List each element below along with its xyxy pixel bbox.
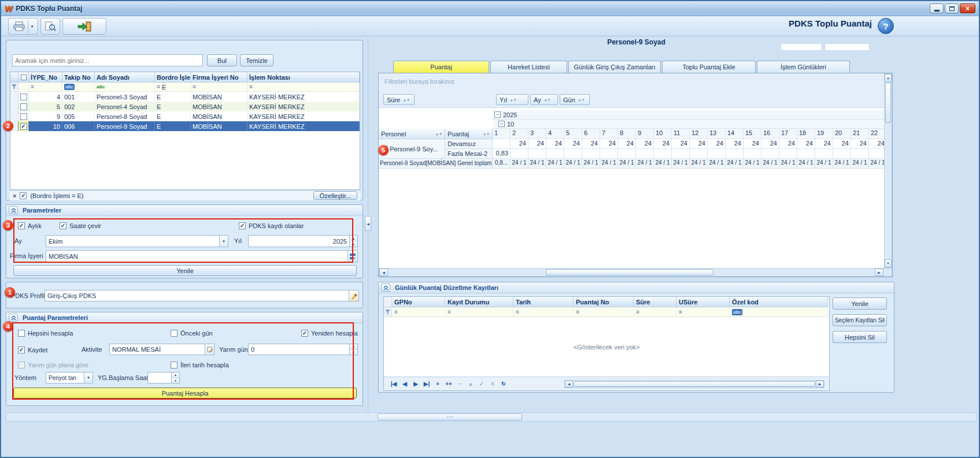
filter-cell[interactable]: = xyxy=(29,83,62,91)
exit-button[interactable] xyxy=(62,18,106,35)
pivot-field-sure[interactable]: Süre▲▼ xyxy=(383,94,415,105)
prev-day-checkbox[interactable]: Önceki gün xyxy=(171,329,213,338)
spinner-buttons[interactable]: ▲▼ xyxy=(171,373,179,383)
company-field[interactable]: MOBİSAN xyxy=(46,250,358,262)
tab-1[interactable]: Puantaj xyxy=(393,61,489,73)
corrections-column-header[interactable]: Puantaj No xyxy=(574,297,634,307)
corrections-filter-cell[interactable]: = xyxy=(574,307,634,317)
tab-3[interactable]: Günlük Giriş Çıkış Zamanları xyxy=(568,61,661,73)
save-checkbox[interactable]: ✓Kaydet xyxy=(18,345,47,355)
collapse-icon[interactable] xyxy=(9,206,18,214)
scroll-down-icon[interactable]: ▼ xyxy=(885,259,892,267)
customize-button[interactable]: Özelleştir... xyxy=(313,191,357,200)
employee-row[interactable]: ✓10006Personel-9 SoyadEMOBİSANKAYSERİ ME… xyxy=(10,121,360,131)
year-spinedit[interactable]: 2025 ▲▼ xyxy=(248,235,358,247)
company-picker-icon[interactable] xyxy=(347,251,357,262)
select-all-header[interactable] xyxy=(19,72,29,83)
corrections-column-header[interactable]: Süre xyxy=(634,297,676,307)
scrollbar-thumb[interactable] xyxy=(885,83,891,123)
nav-refresh-button[interactable]: ↻ xyxy=(498,379,509,389)
calc-all-checkbox[interactable]: Hepsini hesapla xyxy=(18,329,73,338)
find-button[interactable]: Bul xyxy=(207,54,237,66)
pdks-profile-field[interactable]: Giriş-Çıkış PDKS xyxy=(45,290,359,301)
corrections-filter-cell[interactable]: = xyxy=(513,307,574,317)
column-header[interactable]: İYPE_No xyxy=(29,72,62,83)
row-select-checkbox[interactable] xyxy=(19,92,29,102)
minimize-button[interactable] xyxy=(930,3,944,13)
row-select-checkbox[interactable]: ✓ xyxy=(19,121,29,131)
pdks-records-checkbox[interactable]: ✓PDKS kaydı olanlar xyxy=(239,221,304,230)
filter-cell[interactable]: = xyxy=(247,83,360,91)
row-select-checkbox[interactable] xyxy=(19,102,29,111)
horizontal-scrollbar[interactable] xyxy=(6,412,977,422)
yg-start-spinedit[interactable]: ▲▼ xyxy=(147,372,180,383)
print-dropdown-icon[interactable]: ▼ xyxy=(31,25,34,28)
print-button[interactable]: ▼ xyxy=(8,18,38,35)
collapse-icon[interactable] xyxy=(381,284,390,292)
pivot-year-group[interactable]: −2025 xyxy=(493,110,884,120)
future-date-checkbox[interactable]: İleri tarih hesapla xyxy=(171,360,229,370)
filter-edit-icon[interactable] xyxy=(10,83,19,91)
refresh-button[interactable]: Yenile xyxy=(13,265,357,276)
nav-prev-button[interactable]: ◀ xyxy=(400,379,410,389)
monthly-checkbox[interactable]: ✓Aylık xyxy=(18,221,42,230)
pivot-field-yil[interactable]: Yıl▲▼ xyxy=(496,94,528,105)
pivot-row-label[interactable]: Fazla Mesai-2 xyxy=(445,149,493,159)
chevron-down-icon[interactable]: ▼ xyxy=(219,236,228,247)
pivot-field-personel[interactable]: Personel▲▼ xyxy=(379,129,445,139)
nav-edit-button[interactable]: ▲ xyxy=(465,379,476,389)
column-header[interactable]: Firma İşyeri No xyxy=(191,72,247,83)
column-header[interactable]: Takip No xyxy=(62,72,95,83)
splitter-collapse-button[interactable]: ◀ xyxy=(365,216,371,231)
corrections-filter-cell[interactable]: = xyxy=(392,307,445,317)
spinner-buttons[interactable]: ▲▼ xyxy=(349,236,357,247)
corrections-filter-cell[interactable]: = xyxy=(634,307,676,317)
corrections-filter-cell[interactable]: aBc xyxy=(730,307,828,317)
scrollbar-thumb[interactable] xyxy=(546,269,713,275)
column-header[interactable]: Bordro İşlem xyxy=(155,72,191,83)
filter-cell[interactable]: aBc xyxy=(62,83,95,91)
method-combobox[interactable]: Periyot tan▼ xyxy=(46,372,93,383)
collapse-icon[interactable] xyxy=(9,314,18,322)
recalculate-checkbox[interactable]: ✓Yeniden hesapla xyxy=(301,329,358,338)
filter-cell[interactable]: aBc xyxy=(95,83,155,91)
corrections-column-header[interactable]: Kayıt Durumu xyxy=(445,297,513,307)
spin-down-icon[interactable]: ▼ xyxy=(350,350,357,355)
print-settings-button[interactable] xyxy=(40,18,60,35)
scrollbar-thumb[interactable] xyxy=(378,414,522,420)
column-header[interactable]: İşlem Noktası xyxy=(247,72,360,83)
collapse-minus-icon[interactable]: − xyxy=(498,121,505,127)
corrections-filter-cell[interactable]: = xyxy=(445,307,513,317)
pivot-row-label[interactable]: Devamsız xyxy=(445,139,493,149)
spin-up-icon[interactable]: ▲ xyxy=(350,344,357,350)
pivot-month-group[interactable]: −10 xyxy=(493,120,884,129)
pivot-field-puantaj[interactable]: Puantaj▲▼ xyxy=(445,129,493,139)
pivot-vertical-scrollbar[interactable]: ▲ ▼ xyxy=(884,73,892,268)
delete-selected-button[interactable]: Seçilen Kayıtları Sil xyxy=(833,314,887,326)
pencil-icon[interactable] xyxy=(205,344,214,355)
delete-all-button[interactable]: Hepsini Sil xyxy=(833,331,887,343)
scrollbar-thumb[interactable] xyxy=(574,381,815,387)
nav-first-button[interactable]: |◀ xyxy=(389,379,399,389)
clear-button[interactable]: Temizle xyxy=(240,54,273,66)
corrections-refresh-button[interactable]: Yenile xyxy=(833,297,887,310)
pivot-person-row-header[interactable]: −Personel-9 Soy... xyxy=(379,139,445,159)
half-day-spinedit[interactable]: 0 ▲▼ xyxy=(248,344,358,355)
nav-cancel-button[interactable]: × xyxy=(487,379,498,389)
nav-append-special-button[interactable]: ++ xyxy=(443,379,454,389)
convert-hours-checkbox[interactable]: ✓Saate çevir xyxy=(60,221,101,230)
close-filter-icon[interactable]: × xyxy=(13,192,16,199)
spin-down-icon[interactable]: ▼ xyxy=(350,241,357,247)
employee-row[interactable]: 4001Personel-3 SoyadEMOBİSANKAYSERİ MERK… xyxy=(10,92,360,102)
filter-cell[interactable]: = xyxy=(191,83,247,91)
tab-2[interactable]: Hareket Listesi xyxy=(490,61,567,73)
scroll-up-icon[interactable]: ▲ xyxy=(885,74,892,82)
employee-row[interactable]: 5002Personel-4 SoyadEMOBİSANKAYSERİ MERK… xyxy=(10,102,360,111)
nav-append-button[interactable]: + xyxy=(432,379,443,389)
maximize-button[interactable] xyxy=(945,3,959,13)
nav-last-button[interactable]: ▶| xyxy=(421,379,432,389)
row-select-checkbox[interactable] xyxy=(19,111,29,121)
calculate-timesheet-button[interactable]: Puantaj Hesapla xyxy=(13,388,357,399)
tab-4[interactable]: Toplu Puantaj Ekle xyxy=(662,61,756,73)
close-button[interactable]: × xyxy=(960,3,975,13)
